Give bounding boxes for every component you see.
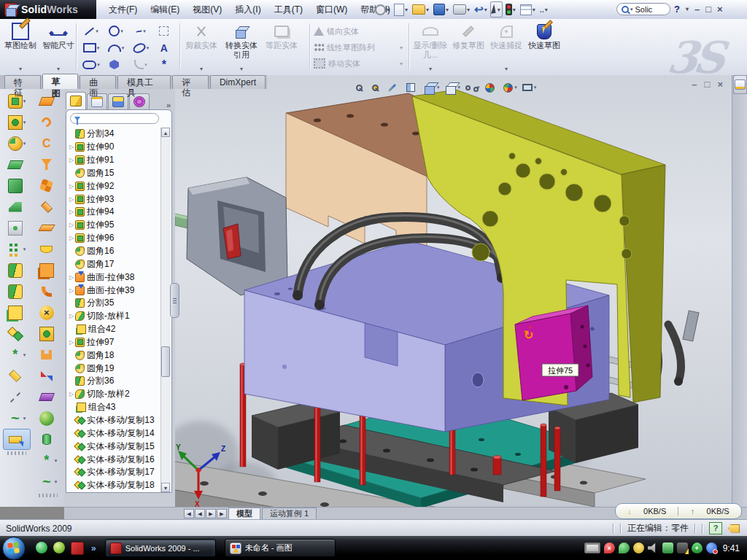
tree-item[interactable]: ▷ 实体-移动/复制17 [68, 466, 161, 479]
parting-line-icon[interactable]: ▾ [34, 365, 62, 386]
command-button[interactable]: 剪裁实体 ▾ [182, 21, 220, 72]
expand-icon[interactable]: ▷ [68, 274, 75, 281]
restore-button[interactable]: □ [705, 4, 711, 15]
expand-icon[interactable]: ▷ [68, 144, 75, 150]
undo-icon[interactable]: ↩ ▾ [473, 2, 489, 17]
slide-block[interactable]: ↻ [515, 306, 592, 400]
command-button[interactable]: 快速草图 ▾ [527, 21, 562, 72]
expand-icon[interactable]: ▷ [68, 287, 75, 294]
quicklaunch-ball-icon[interactable] [53, 542, 65, 553]
tree-item[interactable]: ▷ 实体-移动/复制16 [68, 453, 161, 466]
help-button[interactable]: ? [674, 4, 680, 15]
command-button[interactable]: 快速捕捉 ▾ [489, 21, 524, 72]
scroll-thumb[interactable] [161, 346, 170, 377]
expand-icon[interactable]: ▷ [68, 235, 75, 241]
tree-item[interactable]: ▷ 拉伸91 [68, 154, 161, 167]
split-icon[interactable]: ▾ [3, 260, 31, 281]
ellipse-icon[interactable]: ▾ [128, 39, 153, 56]
curve-icon[interactable]: ~ ▾ [3, 408, 31, 429]
tree-item[interactable]: ▷ 切除-放样1 [68, 310, 161, 323]
close-button[interactable]: × [717, 4, 723, 15]
ribbon-tab[interactable]: DimXpert [210, 75, 266, 89]
menu-item[interactable]: 插入(I) [228, 2, 267, 17]
ribbon-tab[interactable]: 模具工具 [117, 75, 171, 89]
parting-surface-icon[interactable]: ▾ [34, 386, 62, 408]
pattern-icon[interactable]: ▾ [3, 238, 31, 260]
tree-item[interactable]: ▷ 曲面-拉伸38 [68, 271, 161, 284]
menu-item[interactable]: 文件(F) [102, 2, 144, 17]
ribbon-tab[interactable]: 特征 [4, 75, 41, 89]
ribbon-tab[interactable]: 草图 [42, 74, 79, 89]
ruled-surface-icon[interactable]: ▾ [34, 112, 62, 133]
tree-item[interactable]: ▷ 拉伸97 [68, 336, 161, 349]
search-dropdown-icon[interactable]: ▾ [630, 7, 633, 12]
taskbar-button[interactable]: 未命名 - 画图 [225, 539, 336, 557]
document-restore-button[interactable]: □ [705, 79, 711, 90]
expand-icon[interactable]: ▷ [68, 313, 75, 319]
sketch-text-icon[interactable]: A ▾ [153, 39, 178, 56]
extruded-cut-icon[interactable]: ▾ [3, 196, 31, 217]
search-box[interactable]: ▾ [616, 3, 670, 15]
tray-device-icon[interactable] [662, 542, 673, 553]
tree-item[interactable]: ▷ 实体-移动/复制18 [68, 479, 161, 492]
start-button[interactable] [2, 537, 26, 560]
command-button[interactable]: 镜向实体 ▾ [314, 23, 403, 39]
tree-item[interactable]: ▷ 实体-移动/复制14 [68, 427, 161, 440]
menu-item[interactable]: 窗口(W) [309, 2, 354, 17]
flex-icon[interactable]: ▾ [34, 281, 62, 302]
taskbar-clock[interactable]: 9:41 [723, 543, 740, 553]
menu-item[interactable]: 编辑(E) [144, 2, 186, 17]
tree-item[interactable]: ▷ 切除-放样2 [68, 388, 161, 401]
model-tab[interactable]: 模型 [228, 508, 260, 520]
scroll-down-icon[interactable]: ▼ [161, 483, 170, 492]
tree-item[interactable]: ▷ 曲面-拉伸39 [68, 284, 161, 297]
trim-surface-icon[interactable]: C ▾ [34, 133, 62, 154]
expand-icon[interactable]: ▷ [68, 196, 75, 203]
command-button[interactable]: 修复草图 ▾ [451, 21, 486, 72]
graphics-viewport[interactable]: ↻ 拉伸75 Y Z X [175, 75, 732, 507]
shut-off-surface-icon[interactable]: ▾ [34, 344, 62, 365]
lofted-boss-icon[interactable]: ▾ [3, 175, 31, 196]
fillet-icon[interactable]: ▾ [3, 133, 31, 154]
selection-box-icon[interactable]: ▾ [153, 23, 178, 39]
reference-plane-icon[interactable]: ▾ [3, 365, 31, 386]
mold-curve-icon[interactable]: ~ ▾ [34, 471, 62, 492]
tree-item[interactable]: ▷ 拉伸95 [68, 219, 161, 232]
previous-view-icon[interactable]: ▾ [387, 85, 401, 90]
scale-icon[interactable]: ▾ [34, 323, 62, 344]
pin-icon[interactable]: ▾ [374, 2, 391, 17]
model-tab-prev-button[interactable]: ◀ [195, 509, 205, 518]
command-button[interactable]: 等距实体 ▾ [263, 21, 301, 72]
model-tab-last-button[interactable]: ▶ [217, 509, 227, 518]
quicklaunch-messenger-icon[interactable] [36, 542, 47, 553]
model-tab-first-button[interactable]: ◀ [184, 509, 194, 518]
model-tab-next-button[interactable]: ▶ [206, 509, 216, 518]
tray-keyboard-icon[interactable] [584, 542, 600, 553]
document-minimize-button[interactable]: – [692, 79, 697, 90]
search-input[interactable] [635, 5, 665, 14]
section-view-icon[interactable]: ▾ [406, 83, 419, 92]
polygon-icon[interactable]: ▾ [104, 56, 128, 73]
hole-wizard-icon[interactable]: ▾ [3, 217, 31, 238]
options-icon[interactable]: ▾ [519, 2, 537, 17]
expand-icon[interactable]: ▷ [68, 222, 75, 228]
delete-body-icon[interactable]: × ▾ [34, 302, 62, 323]
tray-sync-icon[interactable] [706, 542, 717, 553]
zoom-to-fit-icon[interactable]: ▾ [356, 85, 367, 91]
quicklaunch-solidworks-icon[interactable] [71, 542, 84, 555]
print-icon[interactable]: ▾ [452, 2, 471, 17]
document-close-button[interactable]: × [717, 79, 723, 90]
featuremanager-tab[interactable] [66, 92, 86, 109]
extend-surface-icon[interactable]: ▾ [34, 238, 62, 260]
mold-point-icon[interactable]: * ▾ [34, 450, 62, 471]
expand-icon[interactable]: ▷ [68, 391, 75, 397]
quick-launch-overflow[interactable]: » [91, 543, 96, 553]
panel-tabs-overflow[interactable]: » [166, 101, 174, 109]
open-icon[interactable]: ▾ [411, 2, 430, 17]
hide-show-items-icon[interactable]: ▾ [465, 85, 480, 90]
sprue-bracket[interactable] [175, 177, 287, 295]
tree-item[interactable]: ▷ 实体-移动/复制15 [68, 440, 161, 453]
planar-surface-icon[interactable]: ▾ [34, 196, 62, 217]
tree-item[interactable]: ▷ 拉伸90 [68, 141, 161, 154]
menu-item[interactable]: 工具(T) [268, 2, 309, 17]
